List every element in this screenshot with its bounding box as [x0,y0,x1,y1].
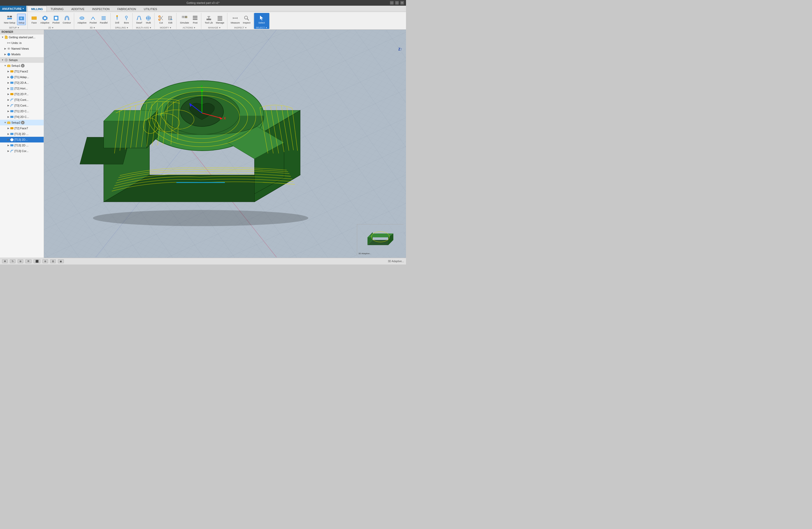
post-btn[interactable]: Post [191,14,200,25]
minimize-btn[interactable]: — [390,1,394,5]
t1-face2-expand-icon: ▶ [7,70,10,73]
tree-item-t1-face2[interactable]: ▶ [T1] Face2 [0,69,44,74]
3d-parallel-label: Parallel [100,22,107,24]
simulate-label: Simulate [180,22,189,24]
manage-label: Manage [216,22,224,24]
mini-viewport-preview[interactable]: 3D Adaptive... [357,224,403,255]
select-group-label: SELECT▼ [256,26,267,29]
setup1-label: Setup1 [11,64,20,67]
t2-hori-label: [T2] Hori... [14,87,28,90]
tree-item-units[interactable]: Units: in [0,40,44,46]
tree-item-t2-hori[interactable]: ▶ [T2] Hori... [0,86,44,91]
select-btn[interactable]: Select [257,14,266,25]
title-bar: Getting started part v3 v1* — □ ✕ [0,0,406,6]
tree-item-t13-2d2[interactable]: ▶ [T13] 2D... [0,137,44,142]
tree-item-t1-2dc[interactable]: ▶ [T1] 2D C... [0,108,44,114]
tree-item-models[interactable]: ▶ Models [0,52,44,57]
tree-item-root[interactable]: ▼ Getting started part... [0,34,44,40]
t2-face7-icon [10,126,14,130]
setup-label: Setup [18,22,25,24]
tree-item-t13-2d1[interactable]: ▶ [T13] 2D ... [0,131,44,137]
svg-point-67 [6,59,7,60]
tab-utilities[interactable]: UTILITIES [140,6,161,12]
modify-cut-btn[interactable]: Cut [157,14,165,25]
status-render-btn[interactable]: ◉ [58,259,64,263]
tab-turning[interactable]: TURNING [47,6,68,12]
status-zoom-btn[interactable]: ⊕ [18,259,23,263]
status-snap-btn[interactable]: ⊕ [42,259,48,263]
tree-item-t3-cont1[interactable]: ▶ [T3] Cont... [0,97,44,103]
viewport-3d[interactable]: Y X [44,30,406,258]
inspect-btn[interactable]: Inspect [242,14,252,25]
ribbon-group-manage: Tool Lib Manage MANAGE▼ [202,13,228,29]
manage-btn[interactable]: Manage [215,14,226,25]
measure-btn[interactable]: Measure [230,14,241,25]
tree-item-t4-2dc[interactable]: ▶ [T4] 2D C... [0,114,44,120]
2d-pocket-btn[interactable]: Pocket [51,14,61,25]
simulate-icon: G1G2G1G2 [182,15,188,21]
tree-item-setup2[interactable]: ▼ Setup2 ● [0,120,44,125]
new-setup-btn[interactable]: SETUP New Setup [3,14,16,25]
ribbon-content: SETUP New Setup G Setup SETUP▼ [0,12,406,29]
svg-point-89 [93,210,308,226]
maximize-btn[interactable]: □ [395,1,399,5]
tab-milling[interactable]: MILLING [27,6,47,12]
bore-btn[interactable]: Bore [122,14,131,25]
tree-item-setups[interactable]: ▼ Setups [0,57,44,63]
svg-marker-60 [260,15,263,20]
2d-adaptive-btn[interactable]: Adaptive [39,14,50,25]
tool-lib-btn[interactable]: Tool Lib [203,14,214,25]
drill-btn[interactable]: Drill [113,14,121,25]
tab-additive[interactable]: ADDITIVE [68,6,88,12]
3d-pocket-label: Pocket [90,22,97,24]
ribbon-group-inspect: Measure Inspect INSPECT▼ [228,13,253,29]
svg-point-65 [8,48,9,49]
multiaxis-multi-label: Multi [146,22,151,24]
tree-item-t2-face7[interactable]: ▶ [T2] Face7 [0,125,44,131]
svg-text:3D Adaptive...: 3D Adaptive... [359,252,371,255]
setup2-folder-icon [7,120,11,125]
svg-rect-81 [10,127,13,129]
mini-viewport-svg: 3D Adaptive... [357,225,404,255]
status-view-btn[interactable]: 👁 [25,259,31,263]
2d-contour-btn[interactable]: Contour [61,14,72,25]
status-display-btn[interactable]: ⬛ [33,259,40,263]
tree-item-setup1[interactable]: ▼ Setup1 ● [0,63,44,69]
tool-lib-icon [206,15,212,21]
face-btn[interactable]: Face [30,14,39,25]
tree-item-t2-2dp[interactable]: ▶ [T2] 2D P... [0,91,44,97]
ribbon-group-actions: G1G2G1G2 Simulate Post ACTIONS▼ [177,13,201,29]
status-grid-btn[interactable]: ⊞ [50,259,56,263]
t4-2dc-icon [10,115,14,119]
multiaxis-swarf-btn[interactable]: Swarf [135,14,143,25]
tab-inspection[interactable]: INSPECTION [88,6,114,12]
setup2-badge: ● [21,121,25,124]
status-move-btn[interactable]: ✥ [2,259,8,263]
svg-rect-50 [218,16,222,17]
svg-rect-79 [10,110,13,112]
close-btn[interactable]: ✕ [400,1,404,5]
svg-text:G1G2: G1G2 [185,16,187,18]
2d-pocket-icon [53,15,59,21]
tab-fabrication[interactable]: FABRICATION [114,6,140,12]
3d-adaptive-btn[interactable]: Adaptive [76,14,88,25]
3d-pocket-btn[interactable]: Pocket [88,14,98,25]
tree-item-t3-cont2[interactable]: ▶ [T3] Cont... [0,103,44,108]
3d-parallel-btn[interactable]: Parallel [99,14,109,25]
select-icon [258,15,265,21]
tree-item-t1-adap[interactable]: ▶ [T1] Adap... [0,74,44,80]
modify-edit-btn[interactable]: Edit [166,14,175,25]
setup-group-label: SETUP▼ [9,26,19,29]
multiaxis-multi-btn[interactable]: Multi [144,14,153,25]
t2-2da-icon [10,81,14,85]
tree-item-t13-cor[interactable]: ▶ [T13] Cor... [0,148,44,154]
setup-btn[interactable]: G Setup [17,14,26,25]
tree-item-named-views[interactable]: ▶ Named Views [0,46,44,52]
2d-group-label: 2D▼ [48,26,54,29]
simulate-btn[interactable]: G1G2G1G2 Simulate [178,14,190,25]
manufacture-dropdown[interactable]: ANUFACTURE ▼ [0,6,26,12]
tree-item-t13-2d3[interactable]: ▶ [T13] 2D ... [0,142,44,148]
tree-item-t2-2da[interactable]: ▶ [T2] 2D A... [0,80,44,86]
svg-rect-74 [10,82,13,84]
status-orbit-btn[interactable]: ↻ [10,259,15,263]
